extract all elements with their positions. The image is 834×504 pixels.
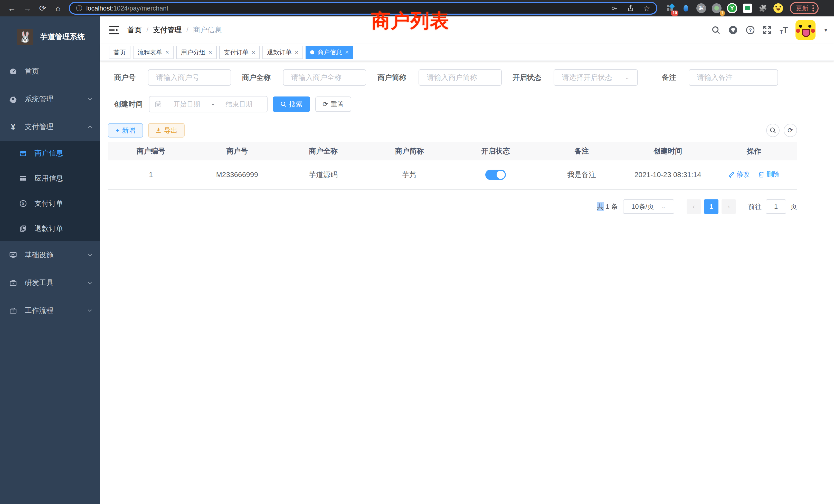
chevron-down-icon: ⌄ <box>625 74 630 81</box>
next-page-button[interactable]: › <box>722 199 736 214</box>
status-select-input[interactable] <box>562 73 623 82</box>
screen: ← → ⟳ ⌂ ⓘ localhost :1024/pay/merchant ☆… <box>0 0 834 504</box>
extension-puzzle-icon[interactable]: 🧩 <box>758 3 768 14</box>
browser-forward-icon[interactable]: → <box>20 0 35 17</box>
close-icon[interactable]: × <box>166 49 169 56</box>
close-icon[interactable]: × <box>251 49 255 56</box>
browser-menu-icon[interactable] <box>812 5 814 12</box>
extension-recorder-icon[interactable]: 1 <box>711 3 722 14</box>
export-button[interactable]: 导出 <box>148 123 184 138</box>
gear-icon <box>9 95 18 103</box>
merchant-table: 商户编号 商户号 商户全称 商户简称 开启状态 备注 创建时间 操作 1 <box>108 142 797 190</box>
sidebar-item-infra[interactable]: 基础设施 <box>0 241 100 269</box>
sidebar-item-system[interactable]: 系统管理 <box>0 85 100 113</box>
add-button[interactable]: + 新增 <box>108 123 143 138</box>
goto-page-input[interactable] <box>766 199 786 214</box>
browser-reload-icon[interactable]: ⟳ <box>35 0 50 17</box>
prev-page-button[interactable]: ‹ <box>687 199 701 214</box>
sidebar-item-label: 商户信息 <box>35 148 63 158</box>
cell-actions: 修改 删除 <box>711 160 797 189</box>
close-icon[interactable]: × <box>208 49 212 56</box>
edit-link[interactable]: 修改 <box>728 170 750 179</box>
short-name-input[interactable] <box>427 73 493 82</box>
search-icon[interactable] <box>711 25 721 35</box>
extension-chat-icon[interactable] <box>742 3 753 14</box>
app-logo-row[interactable]: 🐰 芋道管理系统 <box>0 17 100 58</box>
site-info-icon[interactable]: ⓘ <box>76 4 82 12</box>
active-tab-dot <box>310 50 314 54</box>
toggle-search-button[interactable] <box>766 124 780 137</box>
url-path: :1024/pay/merchant <box>112 5 169 12</box>
chevron-down-icon: ⌄ <box>661 203 666 210</box>
page-content: 商户号 商户全称 商户简称 开启状态 ⌄ 备注 创建时间 <box>100 61 834 504</box>
merchant-no-input[interactable] <box>156 73 223 82</box>
extension-command-icon[interactable]: ⌘ <box>696 3 707 14</box>
browser-update-button[interactable]: 更新 <box>790 2 818 14</box>
tab-pay-order[interactable]: 支付订单× <box>219 46 260 59</box>
sidebar-toggle-icon[interactable] <box>109 25 119 35</box>
extension-grid-icon[interactable]: 10 <box>665 3 676 14</box>
fullscreen-icon[interactable] <box>763 25 772 35</box>
extension-y-icon[interactable]: Y <box>727 3 738 14</box>
sidebar-item-pay[interactable]: ¥ 支付管理 <box>0 113 100 141</box>
status-select[interactable]: ⌄ <box>554 69 638 86</box>
extension-emoji-icon[interactable] <box>773 3 784 14</box>
yen-circle-icon: ¥ <box>19 200 27 207</box>
extension-badge: 1 <box>720 10 725 16</box>
browser-home-icon[interactable]: ⌂ <box>50 0 66 17</box>
remark-input[interactable] <box>697 73 770 82</box>
tab-home[interactable]: 首页 <box>109 46 130 59</box>
share-icon[interactable] <box>627 5 634 12</box>
breadcrumb-home[interactable]: 首页 <box>127 25 142 35</box>
font-size-icon[interactable]: TT <box>780 25 788 35</box>
avatar-caret-icon[interactable]: ▼ <box>823 27 828 33</box>
tab-refund-order[interactable]: 退款订单× <box>262 46 303 59</box>
breadcrumb-pay[interactable]: 支付管理 <box>153 25 182 35</box>
sidebar-item-label: 首页 <box>25 66 93 76</box>
sidebar-item-label: 工作流程 <box>25 306 87 315</box>
top-navbar: 首页 / 支付管理 / 商户信息 商户列表 ? <box>100 17 834 44</box>
start-date-placeholder: 开始日期 <box>163 100 211 109</box>
col-remark: 备注 <box>539 142 625 160</box>
status-toggle[interactable] <box>485 169 506 180</box>
cell-created-at: 2021-10-23 08:31:14 <box>625 160 711 189</box>
table-row: 1 M233666999 芋道源码 芋艿 我是备注 2021-10-23 08:… <box>108 160 797 189</box>
filter-label-remark: 备注 <box>662 73 676 83</box>
page-size-select[interactable]: 10条/页 ⌄ <box>623 199 674 214</box>
close-icon[interactable]: × <box>295 49 299 56</box>
address-bar[interactable]: ⓘ localhost :1024/pay/merchant ☆ <box>69 2 657 15</box>
github-icon[interactable] <box>728 25 738 35</box>
sidebar-item-app-info[interactable]: 应用信息 <box>0 166 100 191</box>
help-icon[interactable]: ? <box>746 25 755 35</box>
calendar-icon <box>155 100 162 108</box>
tab-user-group[interactable]: 用户分组× <box>176 46 217 59</box>
bookmark-star-icon[interactable]: ☆ <box>643 4 650 13</box>
col-full-name: 商户全称 <box>280 142 367 160</box>
sidebar-item-dev-tools[interactable]: 研发工具 <box>0 269 100 297</box>
sidebar-item-merchant-info[interactable]: 商户信息 <box>0 141 100 166</box>
browser-back-icon[interactable]: ← <box>4 0 20 17</box>
reset-button[interactable]: ⟳ 重置 <box>315 96 351 112</box>
end-date-placeholder: 结束日期 <box>215 100 263 109</box>
delete-link[interactable]: 删除 <box>758 170 780 179</box>
sidebar-item-pay-order[interactable]: ¥ 支付订单 <box>0 191 100 216</box>
search-button[interactable]: 搜索 <box>273 96 310 112</box>
sidebar-item-workflow[interactable]: 工作流程 <box>0 297 100 324</box>
sidebar-item-refund-order[interactable]: 退款订单 <box>0 216 100 241</box>
create-time-range-picker[interactable]: 开始日期 - 结束日期 <box>149 96 267 112</box>
refresh-table-button[interactable]: ⟳ <box>784 124 797 137</box>
password-key-icon[interactable] <box>611 5 618 12</box>
sidebar-item-label: 系统管理 <box>25 94 87 104</box>
pay-submenu: 商户信息 应用信息 ¥ 支付订单 <box>0 141 100 241</box>
tab-merchant-info[interactable]: 商户信息× <box>306 46 353 59</box>
grid-icon <box>19 175 27 182</box>
close-icon[interactable]: × <box>345 49 349 56</box>
cell-remark: 我是备注 <box>539 160 625 189</box>
extension-kite-icon[interactable] <box>680 3 691 14</box>
user-avatar[interactable] <box>795 20 815 40</box>
tab-process-form[interactable]: 流程表单× <box>133 46 174 59</box>
full-name-input[interactable] <box>291 73 358 82</box>
tags-view: 首页 流程表单× 用户分组× 支付订单× 退款订单× 商户信息× <box>100 44 834 61</box>
sidebar-item-home[interactable]: 首页 <box>0 58 100 85</box>
page-1-button[interactable]: 1 <box>704 199 719 214</box>
